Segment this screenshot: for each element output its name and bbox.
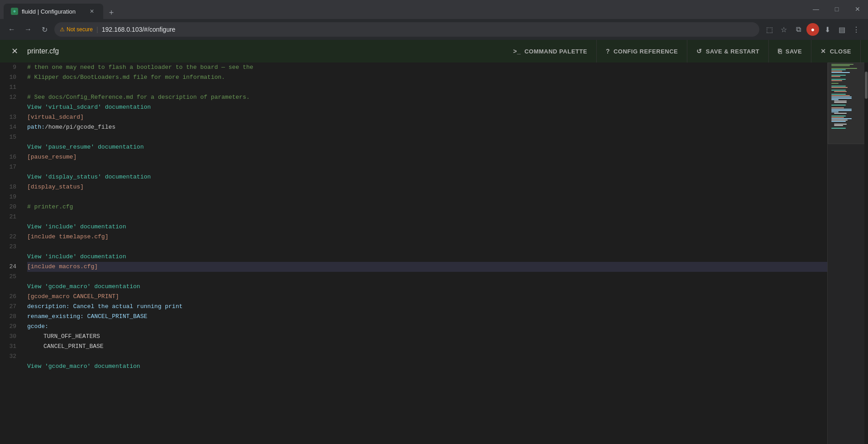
back-button[interactable]: ← bbox=[5, 23, 18, 36]
config-reference-label: CONFIG REFERENCE bbox=[614, 48, 678, 55]
code-line-29: gcode: bbox=[27, 322, 827, 332]
line-num-19: 19 bbox=[0, 192, 16, 202]
scrollbar-thumb[interactable] bbox=[865, 72, 868, 99]
line-num-14: 14 bbox=[0, 122, 16, 132]
minimap[interactable] bbox=[827, 63, 868, 444]
minimize-button[interactable]: — bbox=[806, 3, 826, 15]
browser-actions: ⬚ ☆ ⧉ ● ⬇ ▤ ⋮ bbox=[763, 23, 863, 36]
code-link-display-status[interactable]: View 'display_status' documentation bbox=[27, 172, 827, 182]
tab-close-button[interactable]: ✕ bbox=[88, 7, 96, 15]
code-line-10: # Klipper docs/BootLoaders.md file for m… bbox=[27, 72, 827, 82]
code-line-20: # printer.cfg bbox=[27, 202, 827, 212]
cast-button[interactable]: ⬚ bbox=[763, 23, 776, 36]
line-num-11: 11 bbox=[0, 82, 16, 92]
save-restart-icon: ↺ bbox=[696, 48, 702, 55]
line-num-29: 29 bbox=[0, 322, 16, 332]
address-text: 192.168.0.103/#/configure bbox=[102, 26, 176, 33]
save-button[interactable]: ⎘ SAVE bbox=[769, 40, 811, 63]
menu-button[interactable]: ⋮ bbox=[850, 23, 863, 36]
code-line-17 bbox=[27, 162, 827, 172]
window-close-button[interactable]: ✕ bbox=[847, 3, 868, 15]
code-link-include-macros[interactable]: View 'include' documentation bbox=[27, 252, 827, 262]
line-num-12: 12 bbox=[0, 92, 16, 102]
line-num-15: 15 bbox=[0, 132, 16, 142]
bookmark-button[interactable]: ☆ bbox=[777, 23, 790, 36]
close-label: CLOSE bbox=[830, 48, 851, 55]
line-num-link2 bbox=[0, 142, 16, 152]
code-line-15 bbox=[27, 132, 827, 142]
address-bar[interactable]: ⚠ Not secure | 192.168.0.103/#/configure bbox=[54, 22, 759, 37]
tab-favicon bbox=[11, 8, 18, 15]
save-restart-button[interactable]: ↺ SAVE & RESTART bbox=[687, 40, 769, 63]
scrollbar-track[interactable] bbox=[864, 63, 868, 444]
save-label: SAVE bbox=[786, 48, 802, 55]
line-num-13: 13 bbox=[0, 112, 16, 122]
line-numbers: 9 10 11 12 13 14 15 16 17 18 19 20 21 22… bbox=[0, 63, 24, 444]
line-num-31: 31 bbox=[0, 342, 16, 352]
close-icon: ✕ bbox=[820, 48, 826, 55]
extensions-button[interactable]: ⧉ bbox=[792, 23, 805, 36]
line-num-link4 bbox=[0, 222, 16, 232]
code-line-11 bbox=[27, 82, 827, 92]
line-num-10: 10 bbox=[0, 72, 16, 82]
code-line-31: CANCEL_PRINT_BASE bbox=[27, 342, 827, 352]
code-line-23 bbox=[27, 242, 827, 252]
security-warning: ⚠ Not secure bbox=[60, 26, 93, 33]
code-line-19 bbox=[27, 192, 827, 202]
line-num-27: 27 bbox=[0, 302, 16, 312]
code-line-13: [virtual_sdcard] bbox=[27, 112, 827, 122]
sidebar-button[interactable]: ▤ bbox=[835, 23, 848, 36]
line-num-17: 17 bbox=[0, 162, 16, 172]
code-line-28: rename_existing: CANCEL_PRINT_BASE bbox=[27, 312, 827, 322]
code-line-22: [include timelapse.cfg] bbox=[27, 232, 827, 242]
maximize-button[interactable]: □ bbox=[826, 3, 847, 15]
command-palette-button[interactable]: >_ COMMAND PALETTE bbox=[504, 40, 597, 63]
app-close-icon[interactable]: ✕ bbox=[7, 44, 22, 58]
app-toolbar: ✕ printer.cfg >_ COMMAND PALETTE ? CONFI… bbox=[0, 40, 868, 63]
config-reference-button[interactable]: ? CONFIG REFERENCE bbox=[597, 40, 687, 63]
code-line-18: [display_status] bbox=[27, 182, 827, 192]
line-num-link3 bbox=[0, 172, 16, 182]
file-title: printer.cfg bbox=[27, 47, 504, 55]
line-num-28: 28 bbox=[0, 312, 16, 322]
download-button[interactable]: ⬇ bbox=[821, 23, 834, 36]
forward-button[interactable]: → bbox=[22, 23, 34, 36]
app-container: ✕ printer.cfg >_ COMMAND PALETTE ? CONFI… bbox=[0, 40, 868, 444]
code-link-gcode-macro-2[interactable]: View 'gcode_macro' documentation bbox=[27, 362, 827, 372]
line-num-link1 bbox=[0, 102, 16, 112]
line-num-25: 25 bbox=[0, 272, 16, 282]
close-button[interactable]: ✕ CLOSE bbox=[811, 40, 861, 63]
code-link-virtual-sdcard[interactable]: View 'virtual_sdcard' documentation bbox=[27, 102, 827, 112]
tab-title: fluidd | Configuration bbox=[22, 8, 76, 15]
save-icon: ⎘ bbox=[778, 48, 782, 55]
active-tab[interactable]: fluidd | Configuration ✕ bbox=[4, 4, 103, 19]
command-palette-label: COMMAND PALETTE bbox=[524, 48, 587, 55]
save-restart-label: SAVE & RESTART bbox=[706, 48, 759, 55]
line-num-21: 21 bbox=[0, 212, 16, 222]
code-line-30: TURN_OFF_HEATERS bbox=[27, 332, 827, 342]
new-tab-button[interactable]: + bbox=[105, 6, 118, 19]
line-num-18: 18 bbox=[0, 182, 16, 192]
code-line-32 bbox=[27, 352, 827, 362]
line-num-23: 23 bbox=[0, 242, 16, 252]
editor-area: 9 10 11 12 13 14 15 16 17 18 19 20 21 22… bbox=[0, 63, 868, 444]
minimap-content bbox=[828, 63, 868, 444]
line-num-16: 16 bbox=[0, 152, 16, 162]
line-num-link6 bbox=[0, 282, 16, 292]
profile-button[interactable]: ● bbox=[806, 23, 819, 36]
line-num-30: 30 bbox=[0, 332, 16, 342]
browser-controls: ← → ↻ ⚠ Not secure | 192.168.0.103/#/con… bbox=[0, 19, 868, 40]
line-num-22: 22 bbox=[0, 232, 16, 242]
code-line-16: [pause_resume] bbox=[27, 152, 827, 162]
code-line-24: [include macros.cfg] bbox=[27, 262, 827, 272]
command-palette-icon: >_ bbox=[513, 48, 521, 55]
line-num-link5 bbox=[0, 252, 16, 262]
line-num-20: 20 bbox=[0, 202, 16, 212]
refresh-button[interactable]: ↻ bbox=[38, 23, 51, 36]
toolbar-actions: >_ COMMAND PALETTE ? CONFIG REFERENCE ↺ … bbox=[504, 40, 861, 63]
line-num-9: 9 bbox=[0, 63, 16, 72]
code-content[interactable]: # then one may need to flash a bootloade… bbox=[24, 63, 827, 444]
code-link-gcode-macro[interactable]: View 'gcode_macro' documentation bbox=[27, 282, 827, 292]
code-link-pause-resume[interactable]: View 'pause_resume' documentation bbox=[27, 142, 827, 152]
code-link-include-timelapse[interactable]: View 'include' documentation bbox=[27, 222, 827, 232]
